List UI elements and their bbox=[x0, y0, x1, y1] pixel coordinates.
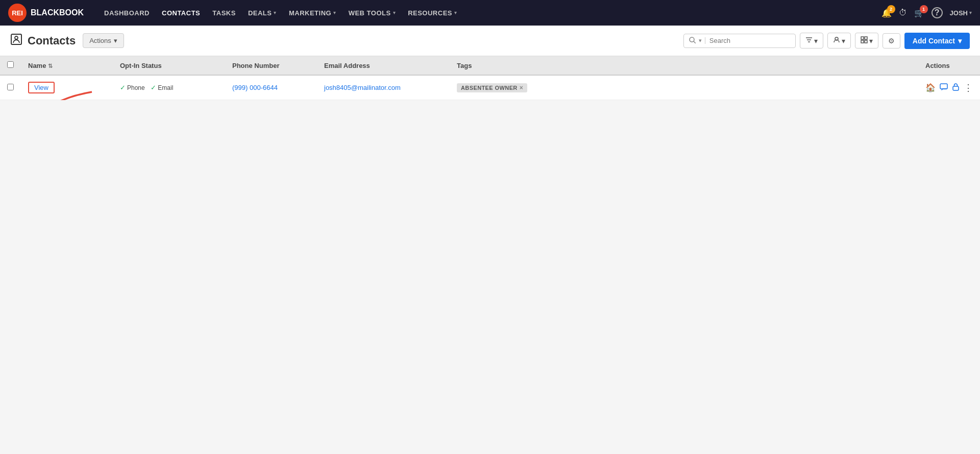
columns-filter-button[interactable]: ▾ bbox=[827, 33, 851, 49]
actions-column-header: Actions bbox=[918, 56, 980, 75]
actions-label: Actions bbox=[89, 37, 111, 44]
page-title: Contacts bbox=[28, 34, 76, 47]
grid-icon bbox=[861, 36, 868, 45]
contacts-table: Name ⇅ Opt-In Status Phone Number Email … bbox=[0, 56, 980, 100]
phone-link[interactable]: (999) 000-6644 bbox=[232, 84, 278, 91]
row-optin-cell: ✓ Phone ✓ Email bbox=[113, 75, 225, 100]
lock-icon[interactable] bbox=[952, 83, 960, 93]
clock-icon: ⏱ bbox=[899, 8, 907, 17]
web-tools-chevron: ▾ bbox=[393, 10, 396, 15]
search-filter-caret[interactable]: ▾ bbox=[699, 37, 705, 44]
page-header: Contacts Actions ▾ ▾ ▾ ▾ bbox=[0, 26, 980, 56]
row-actions-group: 🏠 ⋮ bbox=[925, 82, 973, 93]
row-tags-cell: ABSENTEE OWNER × bbox=[450, 75, 918, 100]
search-input[interactable] bbox=[709, 37, 790, 44]
svg-point-2 bbox=[690, 37, 694, 42]
select-all-checkbox[interactable] bbox=[7, 61, 14, 68]
nav-tasks[interactable]: TASKS bbox=[212, 9, 236, 17]
search-wrap: ▾ bbox=[683, 34, 796, 48]
select-all-header bbox=[0, 56, 21, 75]
notifications-button[interactable]: 🔔 2 bbox=[881, 8, 892, 18]
view-contact-button[interactable]: View bbox=[28, 82, 55, 93]
nav-marketing[interactable]: MARKETING ▾ bbox=[289, 9, 336, 17]
nav-contacts[interactable]: CONTACTS bbox=[162, 9, 200, 17]
svg-line-3 bbox=[694, 41, 696, 43]
brand-logo-link[interactable]: REI BLACKBOOK bbox=[8, 4, 84, 22]
more-actions-icon[interactable]: ⋮ bbox=[964, 82, 973, 93]
nav-deals[interactable]: DEALS ▾ bbox=[248, 9, 277, 17]
view-caret: ▾ bbox=[869, 37, 873, 45]
nav-dashboard[interactable]: DASHBOARD bbox=[104, 9, 150, 17]
cart-badge: 1 bbox=[920, 5, 928, 13]
help-button[interactable]: ? bbox=[932, 7, 943, 18]
email-link[interactable]: josh8405@mailinator.com bbox=[324, 84, 401, 91]
page-title-wrap: Contacts bbox=[10, 33, 76, 49]
resources-chevron: ▾ bbox=[454, 10, 457, 15]
settings-button[interactable]: ⚙ bbox=[883, 33, 900, 49]
row-checkbox[interactable] bbox=[7, 84, 14, 90]
svg-point-1 bbox=[15, 36, 18, 39]
row-email-cell: josh8405@mailinator.com bbox=[317, 75, 450, 100]
notification-badge: 2 bbox=[887, 5, 895, 13]
navbar: REI BLACKBOOK DASHBOARD CONTACTS TASKS D… bbox=[0, 0, 980, 26]
row-actions-cell: 🏠 ⋮ bbox=[918, 75, 980, 100]
phone-check-icon: ✓ bbox=[120, 84, 126, 91]
add-contact-label: Add Contact bbox=[913, 37, 955, 45]
svg-rect-13 bbox=[953, 86, 959, 90]
view-toggle-button[interactable]: ▾ bbox=[855, 33, 878, 49]
columns-caret: ▾ bbox=[842, 37, 845, 45]
svg-rect-9 bbox=[865, 37, 867, 39]
phone-column-header: Phone Number bbox=[225, 56, 317, 75]
svg-rect-10 bbox=[861, 40, 864, 43]
filter-caret: ▾ bbox=[814, 37, 818, 45]
svg-rect-8 bbox=[861, 37, 864, 39]
gear-icon: ⚙ bbox=[888, 37, 895, 45]
actions-button[interactable]: Actions ▾ bbox=[83, 33, 124, 48]
optin-column-header: Opt-In Status bbox=[113, 56, 225, 75]
nav-resources[interactable]: RESOURCES ▾ bbox=[408, 9, 457, 17]
brand-icon: REI bbox=[8, 4, 27, 22]
phone-optin-badge: ✓ Phone bbox=[120, 84, 145, 91]
header-right: ▾ ▾ ▾ ▾ ⚙ Add Contact ▾ bbox=[683, 33, 970, 49]
timer-button[interactable]: ⏱ bbox=[899, 8, 907, 17]
email-column-header: Email Address bbox=[317, 56, 450, 75]
name-column-header[interactable]: Name ⇅ bbox=[21, 56, 113, 75]
tags-column-header: Tags bbox=[450, 56, 918, 75]
filter-button[interactable]: ▾ bbox=[800, 33, 823, 49]
actions-caret: ▾ bbox=[114, 37, 117, 44]
table-header-row: Name ⇅ Opt-In Status Phone Number Email … bbox=[0, 56, 980, 75]
brand-name: BLACKBOOK bbox=[31, 8, 84, 17]
user-menu[interactable]: JOSH ▾ bbox=[950, 9, 972, 17]
user-chevron: ▾ bbox=[969, 10, 972, 15]
cart-button[interactable]: 🛒 1 bbox=[914, 8, 924, 18]
message-icon[interactable] bbox=[940, 83, 948, 93]
email-check-icon: ✓ bbox=[151, 84, 156, 91]
contacts-table-container: Name ⇅ Opt-In Status Phone Number Email … bbox=[0, 56, 980, 100]
deals-chevron: ▾ bbox=[274, 10, 277, 15]
add-contact-button[interactable]: Add Contact ▾ bbox=[904, 33, 970, 49]
email-optin-badge: ✓ Email bbox=[151, 84, 173, 91]
name-sort-icon: ⇅ bbox=[48, 63, 53, 69]
row-name-cell: View bbox=[21, 75, 113, 100]
nav-right: 🔔 2 ⏱ 🛒 1 ? JOSH ▾ bbox=[881, 7, 972, 18]
nav-links: DASHBOARD CONTACTS TASKS DEALS ▾ MARKETI… bbox=[104, 9, 867, 17]
help-icon: ? bbox=[932, 7, 943, 18]
filter-icon bbox=[805, 36, 813, 45]
svg-rect-12 bbox=[940, 84, 947, 89]
house-icon[interactable]: 🏠 bbox=[925, 83, 936, 92]
nav-web-tools[interactable]: WEB TOOLS ▾ bbox=[349, 9, 396, 17]
row-checkbox-cell bbox=[0, 75, 21, 100]
tag-badge: ABSENTEE OWNER × bbox=[457, 83, 527, 92]
contacts-icon bbox=[10, 33, 22, 49]
search-icon bbox=[689, 37, 696, 45]
marketing-chevron: ▾ bbox=[333, 10, 336, 15]
table-row: View ✓ Phone ✓ Email (999) 000-6644 bbox=[0, 75, 980, 100]
user-name: JOSH bbox=[950, 9, 968, 17]
person-filter-icon bbox=[833, 36, 840, 45]
tag-remove-button[interactable]: × bbox=[520, 84, 523, 91]
add-contact-caret: ▾ bbox=[958, 37, 962, 45]
row-phone-cell: (999) 000-6644 bbox=[225, 75, 317, 100]
svg-rect-11 bbox=[865, 40, 867, 43]
